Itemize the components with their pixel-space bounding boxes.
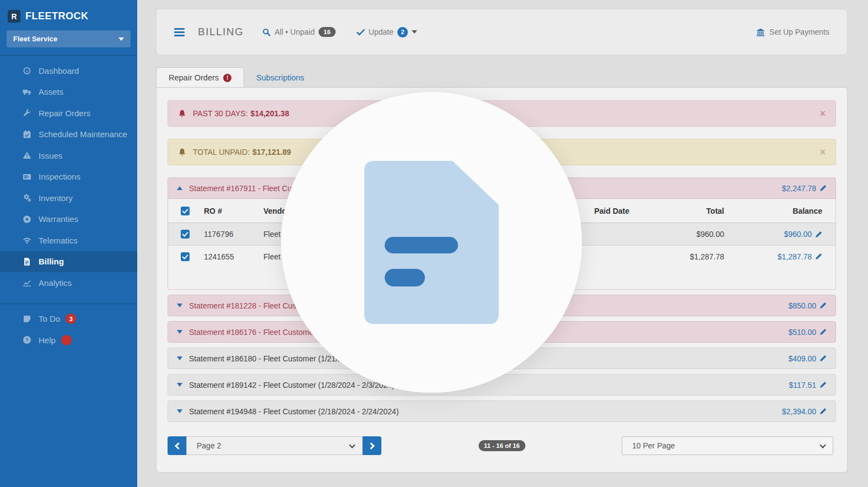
sidebar-item[interactable]: Billing xyxy=(0,251,137,273)
pencil-icon xyxy=(815,231,822,238)
todo-count-badge: 3 xyxy=(66,313,76,324)
sidebar-item-icon: ? xyxy=(21,336,33,344)
pencil-icon xyxy=(820,381,827,388)
sidebar-item[interactable]: ? Help xyxy=(0,329,137,351)
sidebar-item[interactable]: Scheduled Maintenance xyxy=(0,124,137,145)
chevron-down-icon xyxy=(349,442,355,448)
sidebar-item[interactable]: To Do 3 xyxy=(0,309,137,330)
pencil-icon xyxy=(820,302,827,309)
close-icon[interactable]: × xyxy=(820,147,826,157)
per-page-select[interactable]: 10 Per Page xyxy=(622,436,833,455)
statement-header-collapsed[interactable]: Statement #189142 - Fleet Customer (1/28… xyxy=(168,374,836,396)
sidebar-item[interactable]: Inventory xyxy=(0,187,137,209)
select-all-checkbox[interactable] xyxy=(181,207,190,215)
sidebar-item-icon xyxy=(21,151,33,160)
sidebar-item-label: Inspections xyxy=(39,172,80,181)
column-header-ro: RO # xyxy=(204,207,263,215)
sidebar-item[interactable]: Dashboard xyxy=(0,60,137,82)
sidebar-item-label: To Do xyxy=(39,314,60,323)
sidebar-item-label: Analytics xyxy=(39,278,72,288)
bell-icon xyxy=(178,148,186,156)
set-up-payments-button[interactable]: Set Up Payments xyxy=(756,28,829,36)
sidebar-item-label: Billing xyxy=(39,257,64,266)
prev-page-button[interactable] xyxy=(168,436,186,455)
tab-label: Repair Orders xyxy=(169,73,219,82)
sidebar-item[interactable]: Analytics xyxy=(0,272,137,294)
statement-amount: $2,394.00 xyxy=(782,407,816,416)
statement-header-collapsed[interactable]: Statement #194948 - Fleet Customer (2/18… xyxy=(168,401,836,422)
update-control[interactable]: Update 2 xyxy=(357,27,417,37)
statement-balance[interactable]: $117.51 xyxy=(789,381,827,389)
statement-title: Statement #186176 - Fleet Customer ( xyxy=(189,328,321,337)
bell-icon xyxy=(178,109,186,118)
pencil-icon xyxy=(815,253,822,260)
statement-balance[interactable]: $850.00 xyxy=(788,301,827,310)
close-icon[interactable]: × xyxy=(820,109,826,118)
document-icon xyxy=(364,161,499,324)
statement-title: Statement #194948 - Fleet Customer (2/18… xyxy=(189,407,399,416)
page-select[interactable]: Page 2 xyxy=(186,436,363,455)
sidebar-item-label: Help xyxy=(39,336,56,345)
pagination-bar: Page 2 11 - 16 of 16 10 Per Page xyxy=(168,436,836,455)
statement-title: Statement #167911 - Fleet Cust xyxy=(189,184,298,193)
sidebar-item[interactable]: Telematics xyxy=(0,230,137,251)
statement-balance[interactable]: $2,247.78 xyxy=(782,184,827,193)
statement-title: Statement #189142 - Fleet Customer (1/28… xyxy=(189,381,395,389)
sidebar-item[interactable]: Issues xyxy=(0,145,137,166)
sidebar-item[interactable]: Warranties xyxy=(0,209,137,230)
page-title: BILLING xyxy=(198,26,244,38)
statement-amount: $117.51 xyxy=(789,381,816,389)
statement-amount: $409.00 xyxy=(788,354,816,363)
row-checkbox[interactable] xyxy=(181,252,190,261)
alert-label: TOTAL UNPAID: xyxy=(193,148,250,156)
sidebar-item-icon xyxy=(21,88,33,96)
check-icon xyxy=(357,28,365,36)
bank-icon xyxy=(756,28,765,36)
alert-amount: $14,201.38 xyxy=(251,109,289,118)
sidebar-item-icon xyxy=(21,257,33,266)
sidebar-item-label: Issues xyxy=(39,151,62,160)
main-content: BILLING All • Unpaid 16 Update 2 Set Up … xyxy=(137,0,868,487)
ro-number: 1176796 xyxy=(204,230,263,239)
ro-number: 1241655 xyxy=(204,252,263,261)
billing-toolbar: BILLING All • Unpaid 16 Update 2 Set Up … xyxy=(156,9,848,55)
sidebar-item-icon xyxy=(21,315,33,323)
sidebar-item[interactable]: Repair Orders xyxy=(0,102,137,124)
total-amount: $1,287.78 xyxy=(629,252,724,261)
column-header-total: Total xyxy=(629,207,724,215)
per-page-value: 10 Per Page xyxy=(632,441,675,450)
tab-repair-orders[interactable]: Repair Orders ! xyxy=(156,67,244,88)
sidebar-item-icon xyxy=(21,172,33,181)
alert-amount: $17,121.89 xyxy=(252,148,291,156)
sidebar-item[interactable]: Inspections xyxy=(0,166,137,188)
statement-balance[interactable]: $2,394.00 xyxy=(782,407,827,416)
sidebar: R FLEETROCK Fleet Service Dashboard Asse… xyxy=(0,0,137,487)
statement-balance[interactable]: $510.00 xyxy=(788,328,827,337)
next-page-button[interactable] xyxy=(363,436,381,455)
balance-amount[interactable]: $1,287.78 xyxy=(724,252,822,261)
tab-subscriptions[interactable]: Subscriptions xyxy=(244,67,316,88)
chevron-down-icon xyxy=(118,37,124,41)
total-amount: $960.00 xyxy=(629,230,724,239)
statement-title: Statement #186180 - Fleet Customer (1/21… xyxy=(189,354,342,363)
filter-control[interactable]: All • Unpaid 16 xyxy=(262,27,335,37)
sidebar-divider xyxy=(0,55,137,56)
logo-text: FLEETROCK xyxy=(25,10,89,22)
sidebar-item-label: Telematics xyxy=(39,236,78,245)
results-range-badge: 11 - 16 of 16 xyxy=(478,440,525,451)
alert-icon: ! xyxy=(223,74,231,82)
sidebar-item[interactable]: Assets xyxy=(0,82,137,103)
pencil-icon xyxy=(820,408,827,415)
statement-title: Statement #181228 - Fleet Custo xyxy=(189,301,303,310)
sidebar-divider xyxy=(0,304,137,304)
balance-amount[interactable]: $960.00 xyxy=(724,230,822,239)
todo-count-badge xyxy=(61,335,72,345)
pencil-icon xyxy=(820,355,827,362)
org-selector-dropdown[interactable]: Fleet Service xyxy=(7,30,131,47)
statement-balance[interactable]: $409.00 xyxy=(788,354,827,363)
pencil-icon xyxy=(820,185,827,192)
chevron-down-icon xyxy=(177,330,182,334)
sidebar-item-icon xyxy=(21,66,33,75)
row-checkbox[interactable] xyxy=(181,230,190,239)
menu-icon[interactable] xyxy=(174,28,185,36)
